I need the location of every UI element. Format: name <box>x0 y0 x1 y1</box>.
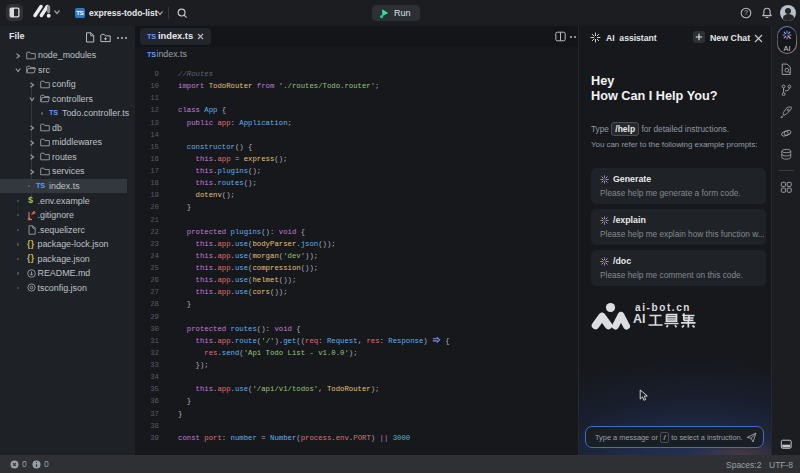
svg-text:?: ? <box>744 9 748 16</box>
